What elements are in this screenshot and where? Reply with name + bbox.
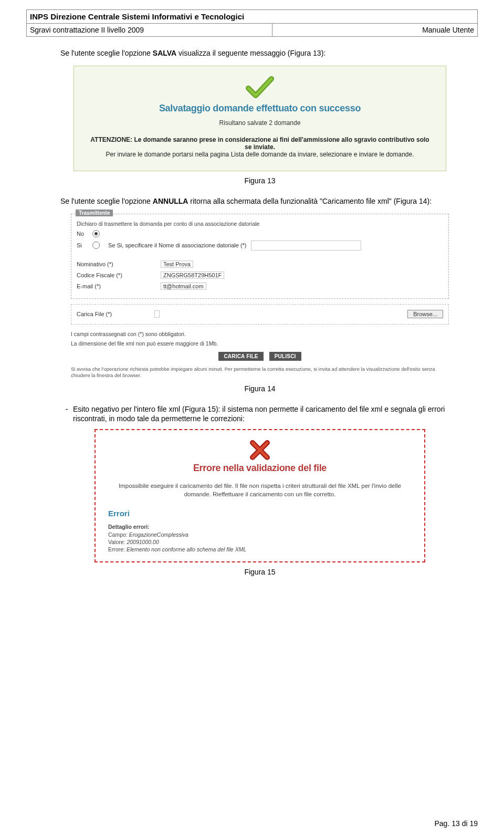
figure-14-label: Figura 14: [60, 384, 459, 393]
radio-no[interactable]: [92, 230, 100, 237]
success-subtitle: Risultano salvate 2 domande: [89, 119, 431, 127]
annulla-paragraph: Se l'utente sceglie l'opzione ANNULLA ri…: [60, 196, 459, 206]
trasmittente-fieldset: Trasmittente Dichiaro di trasmettere la …: [71, 214, 449, 299]
errors-heading: Errori: [108, 509, 412, 518]
pulisci-button[interactable]: PULISCI: [269, 352, 301, 361]
fieldset-legend: Trasmittente: [76, 210, 113, 216]
association-name-input[interactable]: [251, 241, 361, 250]
email-label: E-mail (*): [77, 283, 161, 289]
operation-warning: Si avvisa che l'operazione richiesta pot…: [71, 366, 449, 379]
carica-file-label: Carica File (*): [77, 311, 150, 317]
figure-15-label: Figura 15: [60, 568, 459, 576]
email-input[interactable]: tt@hotmail.com: [161, 283, 206, 290]
success-note: ATTENZIONE: Le domande saranno prese in …: [89, 136, 431, 158]
file-upload-row: Carica File (*) Browse...: [71, 304, 449, 325]
error-details: Dettaglio errori: Campo: ErogazioneCompl…: [108, 523, 412, 553]
header-right: Manuale Utente: [272, 24, 477, 36]
success-message-box: Salvataggio domande effettuato con succe…: [74, 66, 446, 171]
nominativo-input[interactable]: Test Prova: [161, 260, 193, 268]
nominativo-label: Nominativo (*): [77, 261, 161, 267]
success-title: Salvataggio domande effettuato con succe…: [89, 103, 431, 114]
radio-si-label: Si: [77, 242, 92, 248]
bullet-esito-negativo: - Esito negativo per l'intero file xml (…: [60, 404, 459, 424]
si-note-label: Se Si, specificare il Nome di associazio…: [108, 242, 247, 248]
mandatory-note: I campi contrassegnati con (*) sono obbl…: [71, 331, 449, 337]
radio-no-label: No: [77, 231, 92, 237]
maxsize-note: La dimensione del file xml non può esser…: [71, 340, 449, 347]
error-x-icon: [108, 440, 412, 461]
header-org: INPS Direzione Centrale Sistemi Informat…: [27, 10, 477, 24]
radio-si[interactable]: [92, 242, 100, 249]
error-message-box: Errore nella validazione del file Imposs…: [94, 429, 425, 562]
figure-13-label: Figura 13: [60, 176, 459, 185]
page-footer: Pag. 13 di 19: [434, 819, 478, 828]
carica-file-button[interactable]: CARICA FILE: [218, 352, 263, 361]
declaration-text: Dichiaro di trasmettere la domanda per c…: [77, 221, 443, 227]
upload-form: Trasmittente Dichiaro di trasmettere la …: [71, 214, 449, 379]
error-title: Errore nella validazione del file: [108, 463, 412, 474]
codice-fiscale-input[interactable]: ZNGSRG58T29H501F: [161, 272, 224, 279]
file-path-input[interactable]: [154, 310, 160, 318]
header-left: Sgravi contrattazione II livello 2009: [27, 24, 272, 36]
page-header: INPS Direzione Centrale Sistemi Informat…: [26, 9, 478, 37]
browse-button[interactable]: Browse...: [407, 310, 443, 318]
success-check-icon: [89, 76, 431, 100]
error-subtitle: Impossibile eseguire il caricamento del …: [113, 482, 406, 498]
codice-fiscale-label: Codice Fiscale (*): [77, 272, 161, 278]
intro-paragraph: Se l'utente sceglie l'opzione SALVA visu…: [60, 48, 459, 58]
